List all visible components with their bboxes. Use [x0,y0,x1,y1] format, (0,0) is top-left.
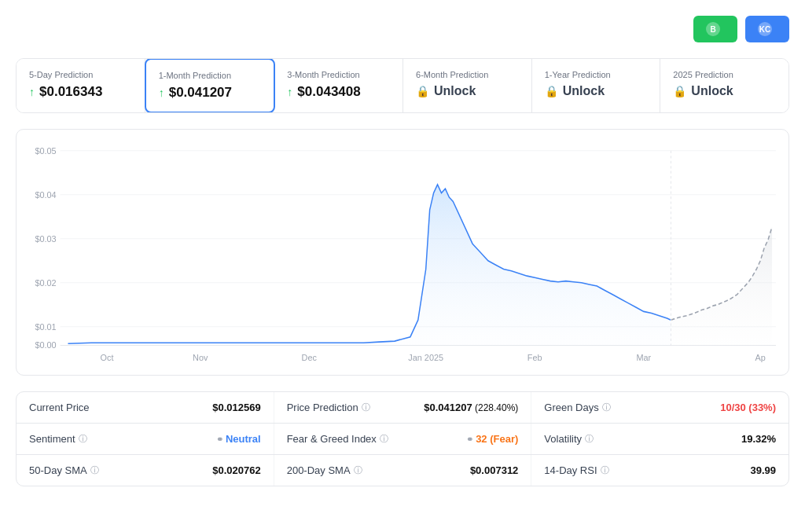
prediction-value-1: ↑ $0.041207 [159,85,262,101]
free-spins-icon: B [706,22,720,36]
info-icon[interactable]: ⓘ [90,464,99,476]
prediction-label-0: 5-Day Prediction [29,70,132,79]
prediction-card-3[interactable]: 6-Month Prediction🔒 Unlock [403,59,532,112]
stat-cell-2-0: 50-Day SMA ⓘ$0.020762 [17,455,274,486]
svg-text:$0.03: $0.03 [35,234,56,244]
info-icon[interactable]: ⓘ [380,433,388,445]
stats-row-0: Current Price$0.012569Price Prediction ⓘ… [17,392,788,424]
info-icon[interactable]: ⓘ [602,402,611,413]
info-icon[interactable]: ⓘ [79,433,87,445]
stat-label-2-0: 50-Day SMA ⓘ [29,464,99,476]
lock-icon: 🔒 [416,85,429,97]
price-chart: $0.05 $0.04 $0.03 $0.02 $0.01 $0.00 Oct … [29,142,776,362]
svg-text:Ap: Ap [755,352,766,361]
svg-text:$0.00: $0.00 [35,339,56,349]
prediction-value-0: ↑ $0.016343 [29,84,132,100]
stats-row-2: 50-Day SMA ⓘ$0.020762200-Day SMA ⓘ$0.007… [17,455,788,486]
stat-cell-0-1: Price Prediction ⓘ$0.041207 (228.40%) [274,392,532,423]
stat-value-2-2: 39.99 [750,464,776,476]
info-icon[interactable]: ⓘ [362,402,370,413]
info-icon[interactable]: ⓘ [585,433,594,445]
chart-container: $0.05 $0.04 $0.03 $0.02 $0.01 $0.00 Oct … [16,129,789,376]
svg-text:$0.02: $0.02 [35,278,56,288]
svg-text:Dec: Dec [302,352,318,361]
trade-now-button[interactable]: KC [745,16,789,42]
prediction-value-4: 🔒 Unlock [545,84,648,98]
free-spins-button[interactable]: B [693,16,737,42]
svg-text:$0.04: $0.04 [35,190,56,200]
stat-value-1-0: ⚭ Neutral [216,433,261,445]
link-icon: ⚭ [466,435,476,444]
svg-text:$0.05: $0.05 [35,146,56,156]
stat-label-2-1: 200-Day SMA ⓘ [287,464,362,476]
prediction-card-4[interactable]: 1-Year Prediction🔒 Unlock [532,59,661,112]
prediction-label-4: 1-Year Prediction [545,70,648,79]
stat-cell-0-0: Current Price$0.012569 [17,392,274,423]
info-icon[interactable]: ⓘ [354,464,362,476]
prediction-value-3: 🔒 Unlock [416,84,519,98]
stats-row-1: Sentiment ⓘ⚭ NeutralFear & Greed Index ⓘ… [17,424,788,455]
stat-value-1-2: 19.32% [741,433,776,445]
stat-cell-1-1: Fear & Greed Index ⓘ⚭ 32 (Fear) [274,424,532,454]
stat-value-2-0: $0.020762 [212,464,260,476]
up-arrow-icon: ↑ [287,86,292,98]
svg-text:Feb: Feb [527,352,542,361]
svg-text:$0.01: $0.01 [35,322,56,332]
stat-label-0-0: Current Price [29,402,90,413]
stat-value-1-1: ⚭ 32 (Fear) [466,433,518,445]
stat-value-0-0: $0.012569 [212,402,260,413]
stat-cell-1-0: Sentiment ⓘ⚭ Neutral [17,424,274,454]
prediction-card-0[interactable]: 5-Day Prediction↑ $0.016343 [17,59,145,112]
stat-sub-0-1: (228.40%) [472,402,519,413]
prediction-card-2[interactable]: 3-Month Prediction↑ $0.043408 [274,59,403,112]
info-icon[interactable]: ⓘ [601,464,609,476]
stat-label-1-2: Volatility ⓘ [544,433,594,445]
prediction-label-3: 6-Month Prediction [416,70,519,79]
stat-label-2-2: 14-Day RSI ⓘ [544,464,608,476]
stat-label-1-0: Sentiment ⓘ [29,433,87,445]
svg-text:Mar: Mar [636,352,651,361]
stat-cell-2-2: 14-Day RSI ⓘ39.99 [531,455,788,486]
prediction-cards: 5-Day Prediction↑ $0.0163431-Month Predi… [16,58,789,113]
prediction-label-1: 1-Month Prediction [159,71,262,80]
stat-cell-1-2: Volatility ⓘ19.32% [531,424,788,454]
svg-text:Jan 2025: Jan 2025 [408,352,443,361]
stat-label-1-1: Fear & Greed Index ⓘ [287,433,388,445]
stat-value-0-2: 10/30 (33%) [720,402,776,413]
header-buttons: B KC [693,16,789,42]
prediction-card-1[interactable]: 1-Month Prediction↑ $0.041207 [145,58,276,113]
prediction-label-2: 3-Month Prediction [287,70,390,79]
stat-cell-0-2: Green Days ⓘ10/30 (33%) [531,392,788,423]
stats-grid: Current Price$0.012569Price Prediction ⓘ… [16,391,789,486]
prediction-label-5: 2025 Prediction [673,70,776,79]
stat-cell-2-1: 200-Day SMA ⓘ$0.007312 [274,455,532,486]
stat-value-0-1: $0.041207 (228.40%) [424,402,518,413]
svg-text:Nov: Nov [193,352,208,361]
stat-value-2-1: $0.007312 [470,464,518,476]
trade-now-icon: KC [758,22,772,36]
stat-label-0-1: Price Prediction ⓘ [287,402,370,413]
lock-icon: 🔒 [673,85,686,97]
up-arrow-icon: ↑ [29,86,35,98]
up-arrow-icon: ↑ [159,86,164,99]
svg-text:Oct: Oct [101,352,115,361]
chart-svg: $0.05 $0.04 $0.03 $0.02 $0.01 $0.00 Oct … [29,142,776,362]
prediction-card-5[interactable]: 2025 Prediction🔒 Unlock [660,59,788,112]
prediction-value-2: ↑ $0.043408 [287,84,390,100]
stat-label-0-2: Green Days ⓘ [544,402,610,413]
lock-icon: 🔒 [545,85,558,97]
link-icon: ⚭ [216,435,226,444]
prediction-value-5: 🔒 Unlock [673,84,776,98]
